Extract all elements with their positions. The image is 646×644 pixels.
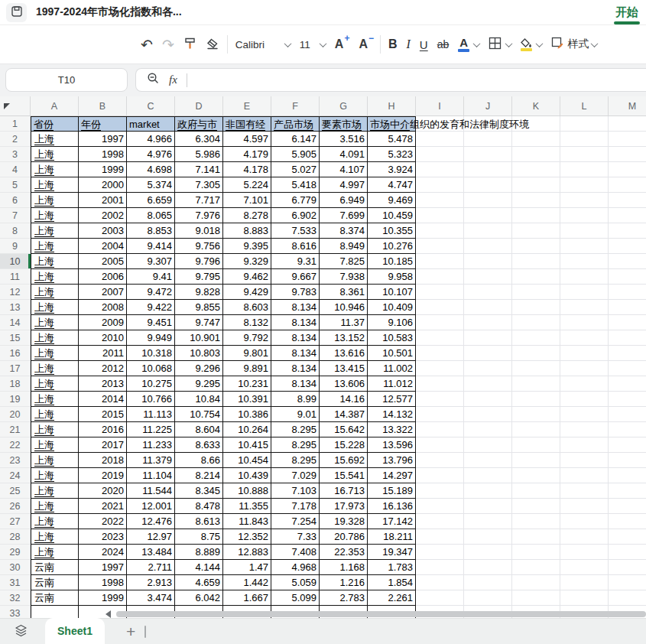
grid-cell[interactable]: 上海 [31, 437, 79, 453]
grid-cell[interactable]: 10.946 [320, 300, 368, 315]
grid-cell[interactable]: 2004 [79, 239, 127, 254]
grid-cell[interactable] [512, 330, 560, 346]
grid-cell[interactable]: 4.107 [320, 162, 368, 177]
grid-cell[interactable]: 5.027 [271, 162, 320, 177]
grid-cell[interactable]: 2.783 [320, 590, 368, 606]
grid-cell[interactable]: 10.318 [127, 346, 175, 361]
grid-cell[interactable] [512, 529, 560, 545]
grid-cell[interactable]: 3.924 [368, 162, 416, 177]
column-header[interactable]: L [560, 96, 609, 115]
grid-cell[interactable]: 2017 [79, 437, 127, 453]
grid-cell[interactable] [560, 437, 609, 453]
grid-cell[interactable]: 10.888 [223, 483, 271, 499]
grid-cell[interactable]: 11.225 [127, 422, 175, 437]
column-header[interactable]: M [609, 96, 646, 115]
grid-cell[interactable] [609, 468, 646, 483]
grid-cell[interactable]: 上海 [31, 483, 79, 499]
grid-cell[interactable] [416, 239, 464, 254]
grid-cell[interactable] [416, 208, 464, 223]
grid-cell[interactable] [560, 269, 609, 285]
grid-cell[interactable]: 上海 [31, 208, 79, 223]
grid-cell[interactable]: 8.374 [320, 223, 368, 239]
grid-cell[interactable] [512, 223, 560, 239]
grid-cell[interactable]: 4.178 [223, 162, 271, 177]
grid-cell[interactable]: 4.659 [175, 575, 223, 590]
grid-cell[interactable] [560, 147, 609, 162]
grid-cell[interactable] [609, 376, 646, 392]
grid-cell[interactable]: 3.516 [320, 132, 368, 147]
undo-button[interactable]: ↶ [136, 31, 157, 58]
grid-cell[interactable]: 5.905 [271, 147, 320, 162]
grid-cell[interactable]: 13.606 [320, 376, 368, 392]
grid-cell[interactable]: 9.792 [223, 330, 271, 346]
grid-cell[interactable]: 15.692 [320, 453, 368, 468]
grid-cell[interactable] [416, 223, 464, 239]
grid-cell[interactable] [416, 147, 464, 162]
grid-cell[interactable] [416, 376, 464, 392]
grid-cell[interactable]: 6.949 [320, 193, 368, 208]
add-sheet-button[interactable]: + [126, 623, 135, 639]
grid-cell[interactable]: 8.361 [320, 285, 368, 300]
grid-cell[interactable] [512, 376, 560, 392]
row-header[interactable]: 25 [0, 483, 31, 499]
grid-cell[interactable]: 8.853 [127, 223, 175, 239]
grid-cell[interactable]: 上海 [31, 422, 79, 437]
grid-cell[interactable]: 10.107 [368, 285, 416, 300]
grid-cell[interactable]: 8.949 [320, 239, 368, 254]
grid-cell[interactable]: 年份 [79, 116, 127, 132]
grid-cell[interactable] [512, 132, 560, 147]
grid-cell[interactable]: 10.355 [368, 223, 416, 239]
grid-cell[interactable] [464, 193, 512, 208]
grid-cell[interactable] [512, 422, 560, 437]
grid-cell[interactable] [560, 407, 609, 422]
grid-cell[interactable] [512, 392, 560, 407]
grid-cell[interactable]: 非国有经 [223, 116, 271, 132]
grid-cell[interactable] [416, 177, 464, 193]
grid-cell[interactable]: 9.891 [223, 361, 271, 376]
grid-cell[interactable] [512, 300, 560, 315]
grid-cell[interactable] [416, 590, 464, 606]
column-header[interactable]: E [223, 96, 271, 115]
grid-cell[interactable]: 9.783 [271, 285, 320, 300]
row-header[interactable]: 5 [0, 177, 31, 193]
column-header[interactable]: H [368, 96, 416, 115]
grid-cell[interactable] [560, 453, 609, 468]
grid-cell[interactable] [560, 422, 609, 437]
grid-cell[interactable] [512, 315, 560, 330]
grid-cell[interactable]: 2009 [79, 315, 127, 330]
grid-cell[interactable]: 政府与市 [175, 116, 223, 132]
grid-cell[interactable]: 15.541 [320, 468, 368, 483]
grid-cell[interactable]: 10.454 [223, 453, 271, 468]
grid-cell[interactable]: 9.41 [127, 269, 175, 285]
grid-cell[interactable] [560, 392, 609, 407]
grid-cell[interactable]: 13.596 [368, 437, 416, 453]
grid-cell[interactable] [416, 422, 464, 437]
grid-cell[interactable]: 1.783 [368, 560, 416, 575]
grid-cell[interactable] [609, 116, 646, 132]
grid-cell[interactable]: 5.099 [271, 590, 320, 606]
column-header[interactable]: J [464, 96, 512, 115]
grid-cell[interactable]: 8.604 [175, 422, 223, 437]
grid-cell[interactable]: 5.059 [271, 575, 320, 590]
grid-cell[interactable] [609, 147, 646, 162]
grid-cell[interactable] [560, 545, 609, 560]
grid-cell[interactable]: 8.345 [175, 483, 223, 499]
grid-cell[interactable]: 2006 [79, 269, 127, 285]
grid-cell[interactable]: 12.476 [127, 514, 175, 529]
row-header[interactable]: 19 [0, 392, 31, 407]
grid-cell[interactable] [609, 132, 646, 147]
grid-cell[interactable]: 9.414 [127, 239, 175, 254]
row-header[interactable]: 8 [0, 223, 31, 239]
grid-cell[interactable]: 市场中介组织的发育和法律制度环境 [368, 116, 416, 132]
grid-cell[interactable] [512, 560, 560, 575]
grid-cell[interactable]: 上海 [31, 223, 79, 239]
grid-cell[interactable] [609, 315, 646, 330]
grid-cell[interactable]: 6.147 [271, 132, 320, 147]
grid-cell[interactable]: 11.104 [127, 468, 175, 483]
grid-cell[interactable]: 省份 [31, 116, 79, 132]
row-header[interactable]: 3 [0, 147, 31, 162]
grid-cell[interactable]: 上海 [31, 361, 79, 376]
grid-cell[interactable] [464, 376, 512, 392]
grid-cell[interactable] [416, 315, 464, 330]
borders-button[interactable] [484, 31, 516, 58]
